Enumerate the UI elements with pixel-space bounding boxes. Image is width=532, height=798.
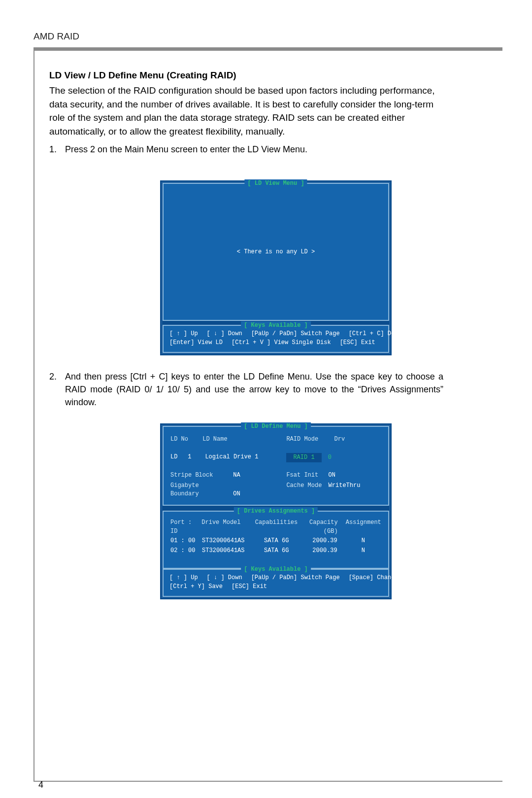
drives-table-header: Port : ID Drive Model Capabilities Capac…	[170, 519, 381, 536]
cell-assignment: N	[345, 547, 381, 555]
cell-port: 02 : 00	[170, 547, 202, 555]
table-row: 02 : 00 ST32000641AS SATA 6G 2000.39 N	[170, 547, 381, 555]
content-frame: LD View / LD Define Menu (Creating RAID)…	[33, 51, 502, 782]
doc-title: AMD RAID	[33, 30, 502, 43]
step-2-number: 2.	[49, 370, 65, 409]
intro-paragraph: The selection of the RAID configuration …	[49, 84, 443, 138]
key-up: [ ↑ ] Up	[169, 330, 207, 338]
cache-mode-value: WriteThru	[329, 482, 361, 489]
ld-prefix: LD	[170, 453, 184, 461]
ld-define-panel-title: [ LD Define Menu ]	[241, 422, 311, 431]
bios-ld-define-screenshot: [ LD Define Menu ] LD No LD Name RAID Mo…	[160, 423, 392, 599]
gigabyte-boundary-label: Gigabyte Boundary	[170, 482, 230, 499]
cell-port: 01 : 00	[170, 537, 202, 545]
ld-view-panel: [ LD View Menu ] < There is no any LD >	[163, 183, 389, 321]
drv-label: Drv	[334, 436, 345, 443]
ld-no-label: LD No	[170, 435, 199, 444]
section-heading: LD View / LD Define Menu (Creating RAID)	[49, 69, 502, 82]
ld-define-panel: [ LD Define Menu ] LD No LD Name RAID Mo…	[163, 426, 389, 506]
drives-assignments-panel: [ Drives Assignments ] Port : ID Drive M…	[163, 511, 389, 569]
key-save: [Ctrl + Y] Save	[169, 583, 232, 591]
raid-mode-value: RAID 1	[286, 453, 321, 462]
cell-model: ST32000641AS	[202, 537, 256, 545]
key-exit: [ESC] Exit	[232, 583, 276, 591]
col-capabilities: Capabilities	[255, 519, 298, 536]
key-down: [ ↓ ] Down	[207, 330, 251, 338]
cell-capacity: 2000.39	[297, 547, 345, 555]
bios-ld-view-screenshot: [ LD View Menu ] < There is no any LD > …	[160, 180, 392, 355]
cell-capacity: 2000.39	[297, 537, 345, 545]
ld-name-label: LD Name	[202, 436, 227, 443]
raid-mode-label: RAID Mode	[286, 435, 331, 444]
step-2-text: And then press [Ctrl + C] keys to enter …	[65, 370, 443, 409]
col-port: Port : ID	[170, 519, 201, 536]
stripe-block-label: Stripe Block	[170, 471, 230, 480]
ld-number: 1	[188, 453, 201, 461]
cell-capabilities: SATA 6G	[256, 547, 297, 555]
key-change-option: [Space] Change Option	[349, 574, 432, 582]
cell-capabilities: SATA 6G	[256, 537, 297, 545]
cell-model: ST32000641AS	[202, 547, 256, 555]
col-capacity: Capacity (GB)	[298, 519, 345, 536]
col-model: Drive Model	[201, 519, 255, 536]
col-assignment: Assignment	[346, 519, 381, 536]
stripe-block-value: NA	[233, 472, 240, 479]
key-exit: [ESC] Exit	[340, 339, 384, 347]
key-define-ld: [Ctrl + C] Define LD	[349, 330, 429, 338]
gigabyte-boundary-value: ON	[233, 490, 240, 497]
step-1: 1. Press 2 on the Main Menu screen to en…	[49, 143, 443, 156]
ld-define-keys-title: [ Keys Available ]	[241, 565, 311, 574]
fsat-init-value: ON	[329, 472, 335, 479]
page-number: 4	[38, 778, 43, 791]
ld-name-value: Logical Drive 1	[205, 453, 258, 460]
step-2: 2. And then press [Ctrl + C] keys to ent…	[49, 370, 443, 409]
ld-view-keys-title: [ Keys Available ]	[241, 321, 311, 330]
step-1-text: Press 2 on the Main Menu screen to enter…	[65, 143, 443, 156]
key-switch-page: [PaUp / PaDn] Switch Page	[251, 574, 349, 582]
ld-view-keys-panel: [ Keys Available ] [ ↑ ] Up [ ↓ ] Down […	[163, 325, 389, 353]
title-rule	[33, 47, 502, 51]
drv-value: 0	[328, 454, 332, 461]
fsat-init-label: Fsat Init	[286, 471, 325, 480]
cache-mode-label: Cache Mode	[286, 482, 325, 490]
key-switch-page: [PaUp / PaDn] Switch Page	[251, 330, 349, 338]
step-1-number: 1.	[49, 143, 65, 156]
key-up: [ ↑ ] Up	[169, 574, 207, 582]
ld-define-keys-panel: [ Keys Available ] [ ↑ ] Up [ ↓ ] Down […	[163, 569, 389, 597]
cell-assignment: N	[345, 537, 381, 545]
key-down: [ ↓ ] Down	[207, 574, 251, 582]
ld-view-panel-title: [ LD View Menu ]	[244, 179, 307, 188]
page: AMD RAID LD View / LD Define Menu (Creat…	[0, 0, 532, 798]
ld-view-empty-message: < There is no any LD >	[237, 248, 315, 256]
key-view-ld: [Enter] View LD	[169, 339, 232, 347]
key-view-single-disk: [Ctrl + V ] View Single Disk	[232, 339, 340, 347]
drives-assignments-title: [ Drives Assignments ]	[234, 507, 318, 516]
table-row: 01 : 00 ST32000641AS SATA 6G 2000.39 N	[170, 537, 381, 545]
